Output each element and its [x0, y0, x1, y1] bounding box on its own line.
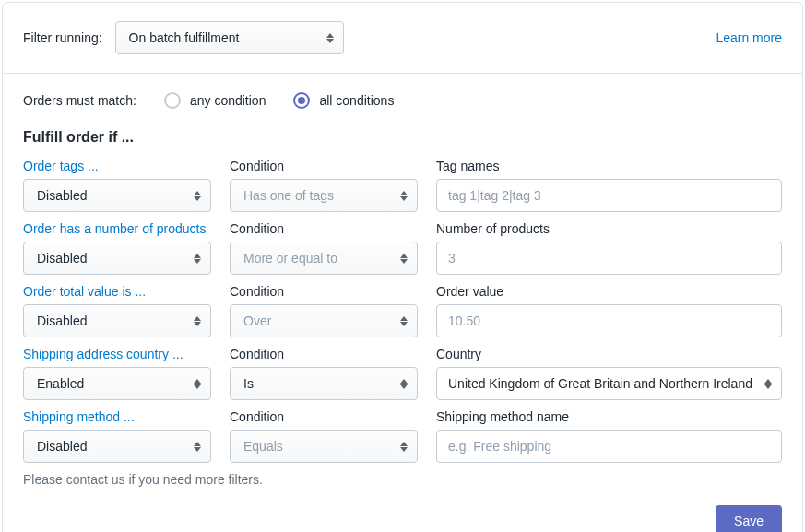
updown-icon	[764, 379, 772, 389]
condition-select[interactable]: Has one of tags	[230, 179, 418, 212]
rule-state-select[interactable]: Disabled	[23, 430, 211, 463]
country-value: United Kingdom of Great Britain and Nort…	[448, 376, 752, 391]
condition-label: Condition	[230, 155, 418, 175]
condition-label: Condition	[230, 218, 418, 238]
footer: Save	[3, 505, 802, 532]
updown-icon	[400, 316, 408, 326]
radio-icon	[293, 92, 310, 109]
value-label: Shipping method name	[436, 406, 782, 426]
condition-select[interactable]: Over	[230, 304, 418, 337]
shipping-method-input[interactable]	[436, 430, 782, 463]
product-count-input[interactable]	[436, 242, 782, 275]
value-label: Country	[436, 343, 782, 363]
condition-value: Has one of tags	[243, 188, 334, 203]
rule-state-select[interactable]: Disabled	[23, 179, 211, 212]
rule-state-select[interactable]: Disabled	[23, 242, 211, 275]
rule-name-link[interactable]: Order tags ...	[23, 155, 211, 175]
rule-state-value: Enabled	[37, 376, 84, 391]
rule-state-value: Disabled	[37, 188, 87, 203]
main-section: Orders must match: any condition all con…	[3, 74, 802, 505]
condition-select[interactable]: Equals	[230, 430, 418, 463]
save-button[interactable]: Save	[716, 505, 782, 532]
rule-name-link[interactable]: Shipping address country ...	[23, 343, 211, 363]
rule-state-select[interactable]: Disabled	[23, 304, 211, 337]
condition-value: Over	[243, 313, 271, 328]
radio-all-label: all conditions	[319, 93, 394, 108]
rule-state-select[interactable]: Enabled	[23, 367, 211, 400]
condition-label: Condition	[230, 280, 418, 301]
header-section: Filter running: On batch fulfillment Lea…	[3, 3, 802, 74]
value-label: Tag names	[436, 155, 782, 175]
settings-card: Filter running: On batch fulfillment Lea…	[2, 2, 803, 532]
match-label: Orders must match:	[23, 93, 136, 108]
updown-icon	[194, 442, 201, 452]
updown-icon	[194, 191, 201, 201]
condition-label: Condition	[230, 406, 418, 426]
rules-grid: Order tags ... Condition Tag names Disab…	[23, 155, 782, 465]
condition-value: More or equal to	[243, 251, 337, 266]
condition-value: Is	[243, 376, 254, 391]
match-row: Orders must match: any condition all con…	[23, 92, 782, 109]
updown-icon	[194, 316, 201, 326]
radio-icon	[164, 92, 181, 109]
condition-label: Condition	[230, 343, 418, 363]
updown-icon	[400, 254, 408, 264]
filter-running-select[interactable]: On batch fulfillment	[115, 21, 344, 54]
radio-any[interactable]: any condition	[164, 92, 266, 109]
updown-icon	[400, 379, 408, 389]
rule-state-value: Disabled	[37, 439, 87, 454]
section-title: Fulfill order if ...	[23, 129, 782, 146]
order-value-input[interactable]	[436, 304, 782, 337]
value-label: Order value	[436, 280, 782, 301]
updown-icon	[400, 191, 408, 201]
helper-text: Please contact us if you need more filte…	[23, 472, 782, 487]
tag-names-input[interactable]	[436, 179, 782, 212]
rule-name-link[interactable]: Order total value is ...	[23, 280, 211, 301]
filter-running-label: Filter running:	[23, 30, 102, 45]
filter-running-value: On batch fulfillment	[129, 30, 240, 45]
rule-name-link[interactable]: Order has a number of products	[23, 218, 211, 238]
radio-all[interactable]: all conditions	[293, 92, 394, 109]
updown-icon	[400, 442, 408, 452]
filter-running-wrap: Filter running: On batch fulfillment	[23, 21, 344, 54]
rule-state-value: Disabled	[37, 313, 87, 328]
rule-state-value: Disabled	[37, 251, 87, 266]
radio-any-label: any condition	[190, 93, 266, 108]
condition-select[interactable]: More or equal to	[230, 242, 418, 275]
condition-select[interactable]: Is	[230, 367, 418, 400]
updown-icon	[194, 379, 201, 389]
updown-icon	[194, 254, 201, 264]
learn-more-link[interactable]: Learn more	[716, 30, 782, 45]
value-label: Number of products	[436, 218, 782, 238]
rule-name-link[interactable]: Shipping method ...	[23, 406, 211, 426]
updown-icon	[326, 33, 334, 43]
country-select[interactable]: United Kingdom of Great Britain and Nort…	[436, 367, 782, 400]
condition-value: Equals	[243, 439, 283, 454]
